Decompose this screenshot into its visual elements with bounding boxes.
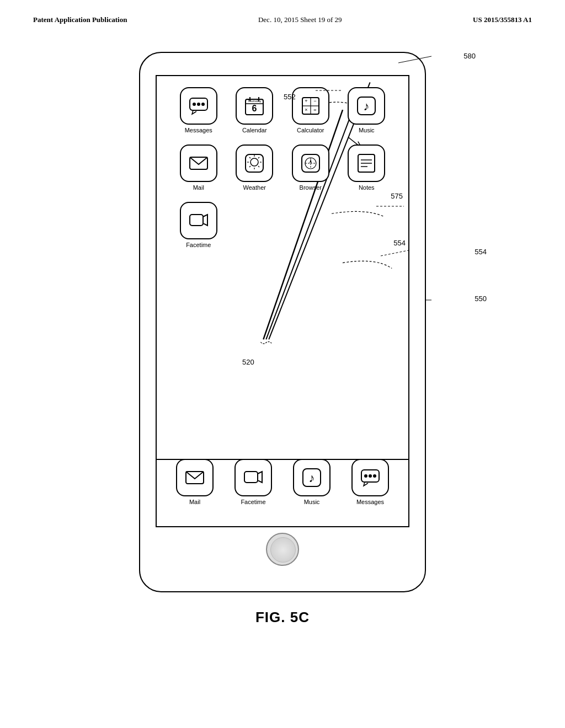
svg-text:×: × <box>305 107 307 113</box>
app-notes[interactable]: Notes <box>342 144 392 191</box>
svg-rect-26 <box>246 154 263 172</box>
ref-520: 520 <box>242 358 254 366</box>
notes-label: Notes <box>359 184 375 191</box>
device-screen: Messages Thursday 6 <box>156 75 409 527</box>
app-facetime[interactable]: Facetime <box>173 202 224 248</box>
svg-line-34 <box>249 166 250 167</box>
figure-caption: FIG. 5C <box>0 609 565 626</box>
app-calendar[interactable]: Thursday 6 Calendar <box>230 87 280 133</box>
header-left: Patent Application Publication <box>33 15 127 24</box>
svg-text:=: = <box>313 107 316 113</box>
ref-552: 552 <box>284 93 296 101</box>
app-grid: Messages Thursday 6 <box>157 76 408 254</box>
svg-point-8 <box>193 103 196 106</box>
svg-point-53 <box>369 474 372 478</box>
svg-text:−: − <box>313 98 316 104</box>
mail-label: Mail <box>193 184 204 191</box>
app-music[interactable]: ♪ Music <box>342 87 392 133</box>
dock: Mail Facetime <box>157 454 408 510</box>
dock-messages[interactable]: Messages <box>343 459 397 505</box>
dock-mail-label: Mail <box>189 499 200 505</box>
svg-point-27 <box>250 158 258 166</box>
header-center: Dec. 10, 2015 Sheet 19 of 29 <box>258 15 342 24</box>
app-weather[interactable]: Weather <box>230 144 280 191</box>
svg-point-9 <box>201 103 205 106</box>
svg-line-32 <box>249 157 250 158</box>
app-messages[interactable]: Messages <box>173 87 224 133</box>
calculator-label: Calculator <box>297 127 324 133</box>
svg-rect-45 <box>190 215 203 226</box>
dock-messages-label: Messages <box>356 499 384 505</box>
svg-marker-49 <box>258 472 262 483</box>
svg-rect-48 <box>244 472 258 483</box>
music-label: Music <box>359 127 375 133</box>
svg-text:♪: ♪ <box>364 99 370 113</box>
main-content: Messages Thursday 6 <box>0 30 565 592</box>
header-right: US 2015/355813 A1 <box>473 15 532 24</box>
svg-text:Thursday: Thursday <box>248 99 262 103</box>
dock-facetime[interactable]: Facetime <box>226 459 280 505</box>
page-header: Patent Application Publication Dec. 10, … <box>0 0 565 30</box>
svg-text:♪: ♪ <box>309 471 315 485</box>
svg-text:6: 6 <box>252 104 257 113</box>
dock-music-label: Music <box>304 499 320 505</box>
svg-marker-40 <box>310 159 312 163</box>
app-browser[interactable]: Browser <box>285 144 336 191</box>
svg-point-55 <box>373 474 376 478</box>
svg-marker-46 <box>203 215 207 226</box>
ref-550: 550 <box>475 295 487 303</box>
dock-facetime-label: Facetime <box>241 499 265 505</box>
ref-575: 575 <box>391 192 403 200</box>
svg-point-54 <box>364 474 367 478</box>
ref-580: 580 <box>463 52 476 60</box>
messages-label: Messages <box>185 127 212 133</box>
dock-music[interactable]: ♪ Music <box>285 459 339 505</box>
home-button[interactable] <box>266 533 299 566</box>
svg-text:+: + <box>305 98 307 104</box>
svg-point-7 <box>197 103 200 106</box>
calendar-label: Calendar <box>242 127 267 133</box>
svg-line-33 <box>258 157 259 158</box>
weather-label: Weather <box>243 184 266 191</box>
svg-line-35 <box>258 166 259 167</box>
ref-554: 554 <box>475 248 487 256</box>
dock-mail[interactable]: Mail <box>168 459 222 505</box>
facetime-label: Facetime <box>186 242 211 248</box>
browser-label: Browser <box>300 184 322 191</box>
tablet-device: Messages Thursday 6 <box>139 52 426 592</box>
ref-554-inner: 554 <box>393 239 406 247</box>
app-mail[interactable]: Mail <box>173 144 224 191</box>
